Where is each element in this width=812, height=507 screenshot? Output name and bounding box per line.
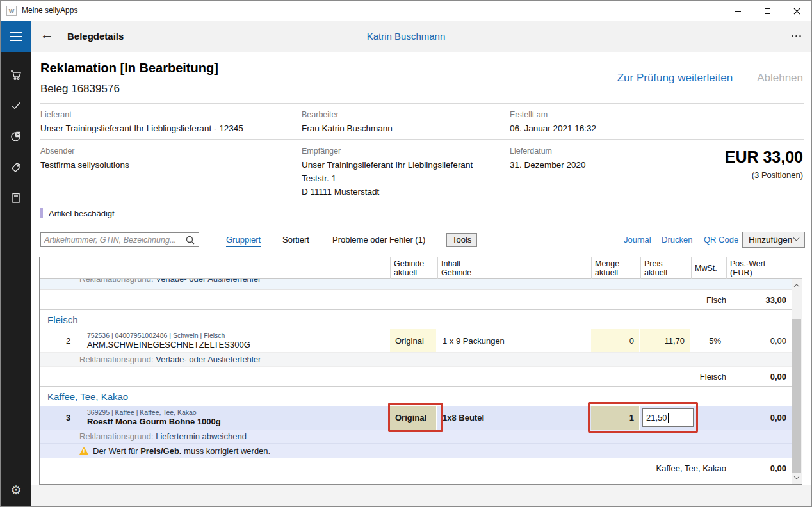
divider bbox=[40, 103, 804, 104]
maximize-icon bbox=[765, 8, 770, 14]
divider bbox=[40, 139, 804, 140]
row-pos-number: 3 bbox=[58, 406, 78, 430]
field-value-absender: Testfirma sellysolutions bbox=[40, 160, 129, 170]
positions-table: Gebinde aktuell Inhalt Gebinde Menge akt… bbox=[39, 257, 802, 485]
row-3-warning: ! Der Wert für Preis/Geb. muss korrigier… bbox=[40, 444, 792, 458]
cell-inhalt: 1x8 Beutel bbox=[437, 406, 591, 430]
minimize-button[interactable] bbox=[723, 1, 752, 21]
document-number: Beleg 16839576 bbox=[40, 83, 120, 95]
table-body: Reklamationsgrund: Verlade- oder Auslief… bbox=[40, 279, 792, 484]
row-reason-clipped[interactable]: Reklamationsgrund: Verlade- oder Auslief… bbox=[40, 279, 792, 290]
sidebar-item-catalog[interactable] bbox=[1, 185, 31, 211]
cell-mwst: 5% bbox=[691, 329, 726, 352]
field-label-erstellt-am: Erstellt am bbox=[510, 110, 548, 119]
tools-button[interactable]: Tools bbox=[446, 233, 477, 247]
reason-label: Reklamationsgrund: bbox=[79, 355, 154, 364]
forward-review-button[interactable]: Zur Prüfung weiterleiten bbox=[617, 72, 733, 84]
sidebar-item-settings[interactable]: ⚙ bbox=[1, 477, 31, 503]
article-name: ARM.SCHWEINEGESCHNETZELTES300G bbox=[87, 340, 386, 350]
scroll-down-button[interactable] bbox=[792, 472, 802, 483]
app-header: ← Belegdetails Katrin Buschmann bbox=[1, 21, 811, 52]
document-status-title: Reklamation [In Bearbeitung] bbox=[40, 61, 218, 76]
col-inhalt-gebinde: Inhalt Gebinde bbox=[437, 257, 591, 279]
chevron-up-icon bbox=[794, 284, 799, 289]
field-value-lieferant: Unser Trainingslieferant Ihr Lieblingsli… bbox=[40, 124, 243, 133]
reason-value: Verlade- oder Auslieferfehler bbox=[156, 355, 261, 364]
group-header-kaffee: Kaffee, Tee, Kakao bbox=[40, 386, 792, 406]
maximize-button[interactable] bbox=[752, 1, 782, 21]
filter-gruppiert[interactable]: Gruppiert bbox=[226, 235, 261, 247]
search-icon bbox=[185, 235, 195, 245]
subtotal-value: 0,00 bbox=[740, 372, 792, 382]
journal-link[interactable]: Journal bbox=[624, 235, 651, 245]
drucken-link[interactable]: Drucken bbox=[662, 235, 692, 245]
col-pos-wert: Pos.-Wert (EUR) bbox=[726, 257, 792, 279]
total-amount: EUR 33,00 bbox=[725, 148, 803, 166]
table-scrollbar[interactable] bbox=[792, 279, 802, 484]
cell-menge[interactable]: 0 bbox=[591, 329, 640, 352]
sidebar-item-cart[interactable] bbox=[1, 62, 31, 88]
reject-button[interactable]: Ablehnen bbox=[757, 72, 803, 84]
field-value-empfaenger-line1: Unser Trainingslieferant Ihr Lieblingsli… bbox=[302, 160, 473, 170]
qr-code-link[interactable]: QR Code bbox=[704, 235, 738, 245]
field-label-absender: Absender bbox=[40, 147, 75, 156]
col-menge-aktuell: Menge aktuell bbox=[591, 257, 640, 279]
subtotal-value: 33,00 bbox=[740, 295, 792, 305]
subtotal-row-fisch: Fisch 33,00 bbox=[40, 290, 792, 309]
total-positions: (3 Positionen) bbox=[752, 170, 803, 180]
subtotal-row-kaffee: Kaffee, Tee, Kakao 0,00 bbox=[40, 458, 792, 478]
field-value-erstellt-am: 06. Januar 2021 16:32 bbox=[510, 124, 596, 133]
article-name: Roestf Mona Gourm Bohne 1000g bbox=[87, 417, 386, 427]
scrollbar-thumb[interactable] bbox=[792, 319, 801, 473]
filter-sortiert[interactable]: Sortiert bbox=[282, 235, 309, 245]
field-value-lieferdatum: 31. Dezember 2020 bbox=[510, 160, 586, 170]
chevron-down-icon bbox=[793, 235, 800, 241]
subtotal-value: 0,00 bbox=[740, 463, 792, 473]
sidebar-item-tasks[interactable] bbox=[1, 93, 31, 118]
col-preis-aktuell: Preis aktuell bbox=[640, 257, 691, 279]
cart-icon bbox=[10, 68, 22, 81]
checkmark-icon bbox=[10, 99, 22, 112]
field-label-empfaenger: Empfänger bbox=[302, 147, 341, 156]
tag-label: Artikel beschädigt bbox=[49, 209, 115, 218]
cell-mwst bbox=[691, 406, 726, 430]
hinzufuegen-label: Hinzufügen bbox=[749, 235, 792, 245]
search-input[interactable] bbox=[44, 234, 179, 246]
more-options-button[interactable] bbox=[792, 35, 801, 37]
gear-icon: ⚙ bbox=[10, 484, 21, 496]
warning-icon: ! bbox=[79, 447, 88, 455]
table-header: Gebinde aktuell Inhalt Gebinde Menge akt… bbox=[40, 257, 802, 279]
sidebar-nav: ⚙ bbox=[1, 52, 31, 506]
table-row-2[interactable]: 2 752536 | 04007951002486 | Schwein | Fl… bbox=[40, 329, 792, 353]
cell-gebinde[interactable]: Original bbox=[390, 329, 437, 352]
chevron-down-icon bbox=[794, 474, 799, 479]
cell-gebinde[interactable]: Original bbox=[390, 406, 437, 430]
reason-value: Verlade- oder Auslieferfehler bbox=[156, 279, 261, 284]
reason-label: Reklamationsgrund: bbox=[79, 431, 154, 441]
cell-wert: 0,00 bbox=[726, 406, 792, 430]
tag-color-bar bbox=[40, 208, 43, 218]
reason-label: Reklamationsgrund: bbox=[79, 279, 154, 284]
row-pos-number: 2 bbox=[58, 329, 78, 352]
minimize-icon bbox=[735, 11, 741, 12]
window-titlebar: W Meine sellyApps bbox=[1, 1, 811, 21]
sidebar-item-tags[interactable] bbox=[1, 154, 31, 180]
hinzufuegen-button[interactable]: Hinzufügen bbox=[742, 232, 805, 248]
table-row-3-selected[interactable]: 3 369295 | Kaffee | Kaffee, Tee, Kakao R… bbox=[40, 406, 792, 430]
field-value-bearbeiter: Frau Katrin Buschmann bbox=[302, 124, 393, 133]
row-3-reason: Reklamationsgrund: Liefertermin abweiche… bbox=[40, 430, 792, 444]
field-value-empfaenger-line3: D 11111 Musterstadt bbox=[302, 187, 379, 197]
subtotal-row-fleisch: Fleisch 0,00 bbox=[40, 367, 792, 386]
close-button[interactable] bbox=[782, 1, 811, 21]
preis-aktuell-input[interactable]: 21,50 bbox=[642, 408, 694, 427]
filter-probleme[interactable]: Probleme oder Fehler (1) bbox=[332, 235, 425, 245]
pie-chart-icon bbox=[10, 130, 22, 143]
row-2-reason: Reklamationsgrund: Verlade- oder Auslief… bbox=[40, 353, 792, 367]
col-gebinde-aktuell: Gebinde aktuell bbox=[390, 257, 437, 279]
sidebar-item-statistics[interactable] bbox=[1, 124, 31, 149]
app-window: W Meine sellyApps ← Belegdetails Katrin … bbox=[0, 0, 812, 507]
scroll-up-button[interactable] bbox=[792, 280, 802, 291]
cell-preis[interactable]: 11,70 bbox=[640, 329, 691, 352]
cell-menge[interactable]: 1 bbox=[591, 406, 640, 430]
window-title: Meine sellyApps bbox=[22, 6, 77, 15]
